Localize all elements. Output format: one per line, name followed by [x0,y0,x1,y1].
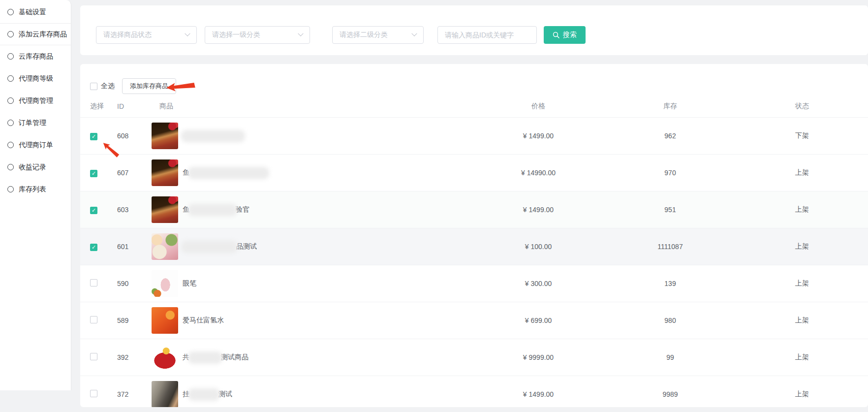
header-stock: 库存 [604,102,736,111]
row-price: ¥ 14990.00 [472,169,604,177]
category-level1-placeholder: 请选择一级分类 [212,31,260,39]
sidebar-item-4[interactable]: 代理商等级 [0,67,71,90]
radio-circle-icon [7,142,14,148]
censored-name-blur [188,167,269,179]
main-content: 请选择商品状态 请选择一级分类 请选择二级分类 搜索 [80,5,868,407]
row-stock: 962 [604,132,736,140]
search-button[interactable]: 搜索 [544,26,586,44]
sidebar-item-3[interactable]: 云库存商品 [0,45,71,67]
search-button-label: 搜索 [563,31,577,39]
sidebar-item-6[interactable]: 订单管理 [0,112,71,134]
sidebar-item-1[interactable]: 基础设置 [0,1,71,23]
row-price: ¥ 100.00 [472,243,604,251]
product-name: 鱼 [183,167,268,179]
product-name: 鱼验官 [183,204,249,216]
radio-circle-icon [7,53,14,60]
header-select: 选择 [90,102,117,111]
row-id: 603 [117,206,152,214]
censored-name-blur [188,204,237,216]
row-stock: 9989 [604,390,736,398]
row-id: 589 [117,317,152,324]
row-checkbox[interactable] [90,244,97,251]
select-all-checkbox[interactable] [90,83,97,90]
table-row: 589 爱马仕富氢水 ¥ 699.00 980 上架 [80,302,868,339]
sidebar-item-label: 云库存商品 [19,52,53,61]
row-stock: 139 [604,280,736,287]
product-status-select[interactable]: 请选择商品状态 [96,26,197,44]
sidebar-item-label: 代理商等级 [19,74,53,83]
censored-name-blur [188,351,222,364]
row-id: 607 [117,169,152,177]
table-row: 392 共测试商品 ¥ 9999.00 99 上架 [80,339,868,376]
table-toolbar: 全选 添加库存商品 [80,64,868,95]
row-price: ¥ 1499.00 [472,132,604,140]
add-stock-product-button[interactable]: 添加库存商品 [122,78,176,94]
censored-name-blur [181,130,245,142]
table-row: 607 鱼 ¥ 14990.00 970 上架 [80,154,868,191]
category-level2-select[interactable]: 请选择二级分类 [332,26,424,44]
product-thumbnail [152,159,178,186]
sidebar-item-5[interactable]: 代理商管理 [0,90,71,112]
table-header-row: 选择 ID 商品 价格 库存 状态 [80,95,868,117]
row-checkbox[interactable] [90,390,97,397]
radio-circle-icon [7,186,14,192]
sidebar-item-label: 基础设置 [19,8,46,17]
header-product: 商品 [152,102,472,111]
sidebar-item-7[interactable]: 代理商订单 [0,134,71,156]
page: 基础设置 添加云库存商品 云库存商品 代理商等级 代理商管理 订单管理 代理商订… [0,0,868,412]
row-status: 上架 [736,353,868,362]
sidebar-item-label: 添加云库存商品 [19,30,67,39]
row-stock: 980 [604,317,736,324]
row-stock: 1111087 [604,243,736,251]
radio-circle-icon [7,97,14,104]
product-status-placeholder: 请选择商品状态 [103,31,152,39]
table-row: 372 挂测试 ¥ 1499.00 9989 上架 [80,376,868,407]
row-checkbox[interactable] [90,133,97,140]
sidebar: 基础设置 添加云库存商品 云库存商品 代理商等级 代理商管理 订单管理 代理商订… [0,0,71,390]
radio-circle-icon [7,31,14,37]
chevron-down-icon [185,31,190,36]
censored-name-blur [188,388,220,401]
sidebar-item-label: 代理商管理 [19,96,53,105]
radio-circle-icon [7,164,14,170]
sidebar-menu: 基础设置 添加云库存商品 云库存商品 代理商等级 代理商管理 订单管理 代理商订… [0,1,71,200]
row-status: 下架 [736,131,868,140]
sidebar-item-label: 库存列表 [19,185,46,194]
category-level1-select[interactable]: 请选择一级分类 [205,26,310,44]
row-status: 上架 [736,390,868,399]
product-name: 挂测试 [183,388,232,401]
row-id: 372 [117,390,152,398]
product-thumbnail [152,123,178,149]
table-body: 608 ¥ 1499.00 962 下架 607 鱼 ¥ 14990.00 97… [80,117,868,407]
row-checkbox[interactable] [90,170,97,177]
row-price: ¥ 1499.00 [472,206,604,214]
row-stock: 951 [604,206,736,214]
product-thumbnail [152,270,178,297]
radio-circle-icon [7,75,14,82]
product-name: 共测试商品 [183,351,248,364]
table-row: 590 眼笔 ¥ 300.00 139 上架 [80,265,868,302]
row-price: ¥ 699.00 [472,317,604,324]
product-thumbnail [152,233,178,260]
product-name: 爱马仕富氢水 [183,316,224,325]
row-checkbox[interactable] [90,207,97,214]
row-checkbox[interactable] [90,316,97,323]
sidebar-item-9[interactable]: 库存列表 [0,178,71,200]
sidebar-item-8[interactable]: 收益记录 [0,156,71,178]
keyword-input[interactable] [437,26,537,44]
product-name: 眼笔 [183,279,196,288]
row-stock: 970 [604,169,736,177]
sidebar-item-2[interactable]: 添加云库存商品 [0,23,71,45]
table-row: 608 ¥ 1499.00 962 下架 [80,117,868,154]
row-checkbox[interactable] [90,353,97,360]
sidebar-item-label: 代理商订单 [19,141,53,150]
chevron-down-icon [298,31,303,36]
product-table-card: 全选 添加库存商品 选择 ID 商品 价格 库存 状态 [80,64,868,407]
product-name: 品测试 [183,241,257,253]
row-stock: 99 [604,353,736,361]
search-icon [553,32,559,38]
table-row: 603 鱼验官 ¥ 1499.00 951 上架 [80,191,868,228]
product-thumbnail [152,196,178,223]
row-checkbox[interactable] [90,279,97,286]
row-id: 608 [117,132,152,140]
